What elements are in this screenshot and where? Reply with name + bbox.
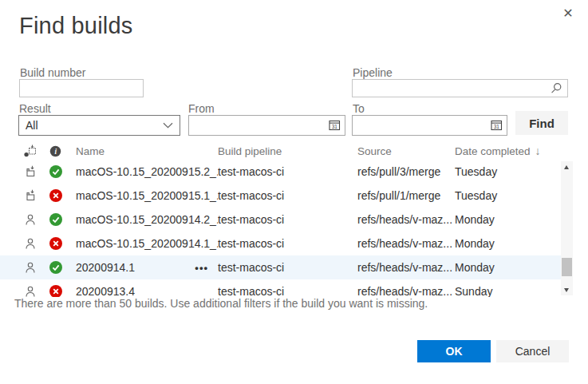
- build-list: macOS-10.15_20200915.2_... test-macos-ci…: [0, 160, 561, 297]
- chevron-down-icon: [163, 122, 173, 129]
- from-date-field: 31: [188, 115, 345, 136]
- build-source: refs/pull/1/merge: [357, 189, 455, 202]
- results-limit-message: There are more than 50 builds. Use addit…: [14, 297, 573, 310]
- build-name-text: macOS-10.15_20200915.2_...: [76, 165, 218, 178]
- table-row-selected[interactable]: 20200914.1 ••• test-macos-ci refs/heads/…: [0, 255, 561, 279]
- build-name: 20200914.1 •••: [76, 261, 218, 274]
- build-source: refs/heads/v-maz...: [357, 261, 455, 274]
- build-date: Tuesday: [455, 165, 558, 178]
- sort-descending-icon: ↓: [535, 144, 541, 157]
- table-row[interactable]: macOS-10.15_20200915.2_... test-macos-ci…: [0, 160, 561, 184]
- pipeline-label: Pipeline: [353, 66, 393, 79]
- find-button[interactable]: Find: [515, 111, 568, 135]
- build-name-text: 20200913.4: [76, 285, 135, 297]
- build-pipeline: test-macos-ci: [218, 285, 357, 297]
- cancel-button[interactable]: Cancel: [496, 340, 569, 362]
- build-pipeline: test-macos-ci: [218, 237, 357, 250]
- from-label: From: [188, 102, 215, 115]
- build-name-text: macOS-10.15_20200914.2_...: [76, 213, 218, 226]
- to-label: To: [353, 102, 365, 115]
- close-icon[interactable]: ✕: [558, 3, 578, 24]
- table-row[interactable]: 20200913.4 test-macos-ci refs/heads/v-ma…: [0, 279, 561, 297]
- status-failed-icon: [49, 237, 76, 250]
- build-pipeline: test-macos-ci: [218, 213, 357, 226]
- status-succeeded-icon: [49, 165, 76, 178]
- build-date: Monday: [455, 237, 558, 250]
- column-header-date-completed[interactable]: Date completed↓: [455, 144, 558, 157]
- build-name: macOS-10.15_20200915.2_...: [76, 165, 218, 178]
- status-failed-icon: [49, 285, 76, 297]
- table-header: i Name Build pipeline Source Date comple…: [0, 142, 561, 160]
- manual-trigger-person-icon: [24, 237, 49, 250]
- status-column-info-icon: i: [49, 145, 76, 157]
- build-name-text: macOS-10.15_20200914.1_...: [76, 237, 218, 250]
- build-number-input[interactable]: [19, 79, 144, 97]
- to-date-input[interactable]: [352, 115, 507, 136]
- manual-trigger-person-icon: [24, 213, 49, 226]
- manual-trigger-person-icon: [24, 261, 49, 274]
- to-date-field: 31: [352, 115, 507, 136]
- status-succeeded-icon: [49, 261, 76, 274]
- build-name-text: 20200914.1: [76, 261, 135, 274]
- build-source: refs/heads/v-maz...: [357, 285, 455, 297]
- build-source: refs/pull/3/merge: [357, 165, 455, 178]
- scroll-down-icon[interactable]: [561, 283, 573, 295]
- pipeline-input[interactable]: [352, 79, 568, 97]
- build-number-label: Build number: [20, 66, 86, 79]
- table-row[interactable]: macOS-10.15_20200915.1_... test-macos-ci…: [0, 184, 561, 208]
- page-title: Find builds: [19, 13, 132, 39]
- scrollbar-thumb[interactable]: [562, 258, 572, 276]
- build-date: Monday: [455, 213, 558, 226]
- build-name-text: macOS-10.15_20200915.1_...: [76, 189, 218, 202]
- automated-trigger-icon: [24, 189, 49, 202]
- build-source: refs/heads/v-maz...: [357, 237, 455, 250]
- build-pipeline: test-macos-ci: [218, 261, 357, 274]
- status-succeeded-icon: [49, 213, 76, 226]
- pipeline-field: [352, 79, 568, 97]
- column-header-name[interactable]: Name: [76, 145, 218, 157]
- more-actions-icon[interactable]: •••: [193, 262, 210, 274]
- vertical-scrollbar[interactable]: [561, 161, 573, 295]
- ok-button[interactable]: OK: [417, 340, 491, 362]
- build-pipeline: test-macos-ci: [218, 189, 357, 202]
- automated-trigger-icon: [24, 165, 49, 178]
- build-pipeline: test-macos-ci: [218, 165, 357, 178]
- column-header-build-pipeline[interactable]: Build pipeline: [218, 145, 357, 157]
- build-date: Monday: [455, 261, 558, 274]
- table-row[interactable]: macOS-10.15_20200914.1_... test-macos-ci…: [0, 232, 561, 255]
- build-source: refs/heads/v-maz...: [357, 213, 455, 226]
- date-completed-label: Date completed: [455, 145, 531, 157]
- build-name: macOS-10.15_20200914.1_...: [76, 237, 218, 250]
- result-label: Result: [19, 102, 51, 115]
- build-date: Tuesday: [455, 189, 558, 202]
- status-failed-icon: [49, 189, 76, 202]
- build-reason-column-icon: [24, 144, 49, 157]
- result-selected-value: All: [26, 119, 38, 132]
- build-name: macOS-10.15_20200914.2_...: [76, 213, 218, 226]
- find-builds-dialog: ✕ Find builds Build number Pipeline Resu…: [0, 0, 588, 384]
- table-row[interactable]: macOS-10.15_20200914.2_... test-macos-ci…: [0, 208, 561, 232]
- svg-text:i: i: [54, 148, 57, 156]
- build-date: Sunday: [455, 285, 558, 297]
- result-select[interactable]: All: [18, 115, 180, 136]
- scroll-up-icon[interactable]: [561, 161, 573, 173]
- build-name: 20200913.4: [76, 285, 218, 297]
- manual-trigger-person-icon: [24, 285, 49, 297]
- build-name: macOS-10.15_20200915.1_...: [76, 189, 218, 202]
- column-header-source[interactable]: Source: [357, 145, 455, 157]
- from-date-input[interactable]: [188, 115, 345, 136]
